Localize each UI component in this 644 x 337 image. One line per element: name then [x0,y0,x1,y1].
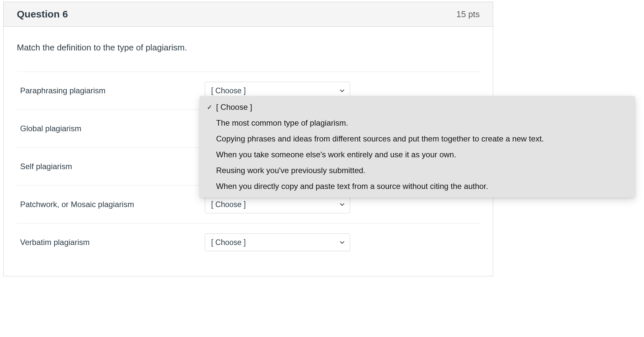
option-text: [ Choose ] [215,101,628,113]
dropdown-option[interactable]: Copying phrases and ideas from different… [200,131,635,147]
match-select-patchwork[interactable]: [ Choose ] [205,196,350,213]
option-text: The most common type of plagiarism. [215,117,628,129]
select-value: [ Choose ] [211,200,246,209]
option-text: Copying phrases and ideas from different… [215,133,628,145]
match-label-patchwork: Patchwork, or Mosaic plagiarism [20,200,205,209]
select-value: [ Choose ] [211,238,246,247]
dropdown-option[interactable]: When you take someone else's work entire… [200,147,635,163]
select-value: [ Choose ] [211,86,246,95]
option-text: Reusing work you've previously submitted… [215,165,628,176]
match-row: Verbatim plagiarism [ Choose ] [17,223,480,261]
question-points: 15 pts [456,9,480,19]
dropdown-option-choose[interactable]: ✓ [ Choose ] [200,99,635,115]
match-select-verbatim[interactable]: [ Choose ] [205,233,350,251]
question-prompt: Match the definition to the type of plag… [17,42,480,53]
quiz-container: Question 6 15 pts Match the definition t… [0,0,644,337]
option-text: When you directly copy and paste text fr… [215,180,628,192]
select-wrapper: [ Choose ] [205,233,350,251]
question-title: Question 6 [17,9,68,20]
dropdown-panel[interactable]: ✓ [ Choose ] The most common type of pla… [200,96,635,198]
dropdown-option[interactable]: When you directly copy and paste text fr… [200,178,635,194]
dropdown-option[interactable]: The most common type of plagiarism. [200,115,635,131]
match-label-verbatim: Verbatim plagiarism [20,238,205,247]
option-text: When you take someone else's work entire… [215,149,628,161]
match-label-paraphrasing: Paraphrasing plagiarism [20,86,205,95]
dropdown-option[interactable]: Reusing work you've previously submitted… [200,163,635,178]
match-label-global: Global plagiarism [20,124,205,133]
checkmark-icon: ✓ [207,102,215,112]
match-label-self: Self plagiarism [20,162,205,171]
select-wrapper: [ Choose ] [205,196,350,213]
question-header: Question 6 15 pts [4,2,493,27]
